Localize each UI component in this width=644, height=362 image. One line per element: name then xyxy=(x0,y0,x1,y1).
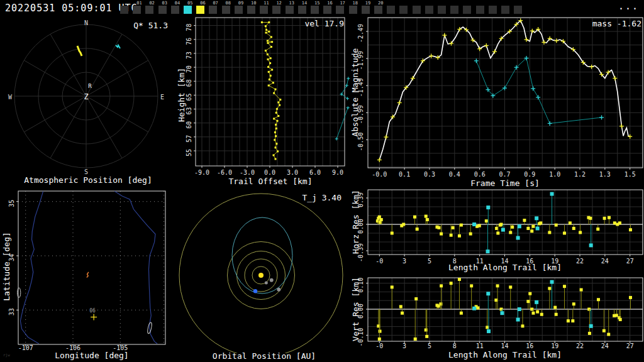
frame-square-blank[interactable] xyxy=(501,6,509,14)
frame-square-01[interactable] xyxy=(133,6,141,14)
frame-square-17[interactable] xyxy=(336,6,344,14)
polar-xlabel: Atmospheric Position [deg] xyxy=(24,175,152,185)
frame-square-07[interactable] xyxy=(209,6,217,14)
frame-square-label: 15 xyxy=(314,1,319,6)
frame-square-label: 07 xyxy=(213,1,218,6)
trail-title: vel 17.9 xyxy=(304,19,344,28)
frame-square-16[interactable] xyxy=(323,6,331,14)
map-ylabel: Latitude [deg] xyxy=(2,232,11,301)
frame-square-label: 01 xyxy=(136,1,142,6)
frame-square-08[interactable] xyxy=(222,6,230,14)
orbit-xlabel: Orbital Position [AU] xyxy=(213,351,316,361)
atmospheric-position-panel xyxy=(0,16,176,189)
map-xlabel: Longitude [deg] xyxy=(55,351,128,360)
mass-ylabel: Absolute Magnitude xyxy=(350,48,360,137)
frame-square-blank[interactable] xyxy=(463,6,471,14)
frame-square-label: 09 xyxy=(238,1,243,6)
trail-offset-panel xyxy=(176,16,352,189)
frame-square-label: 18 xyxy=(353,1,358,6)
watermark-text: rjw xyxy=(3,353,10,357)
frame-square-blank[interactable] xyxy=(120,6,128,14)
vert-res-ylabel: Vert Res [km] xyxy=(351,277,360,341)
frame-square-blank[interactable] xyxy=(476,6,484,14)
frame-square-10[interactable] xyxy=(247,6,255,14)
mass-xlabel: Frame Time [s] xyxy=(470,178,540,188)
overflow-menu[interactable]: ... xyxy=(618,1,639,12)
timestamp: 20220531 05:09:01 UTC xyxy=(5,3,138,14)
frame-square-12[interactable] xyxy=(272,6,280,14)
frame-square-label: 12 xyxy=(276,1,281,6)
frame-square-blank[interactable] xyxy=(514,6,522,14)
frame-square-label: 13 xyxy=(289,1,294,6)
frame-square-blank[interactable] xyxy=(399,6,408,14)
frame-square-label: 02 xyxy=(149,1,154,6)
trail-xlabel: Trail Offset [km] xyxy=(228,177,312,186)
frame-square-label: 17 xyxy=(340,1,345,6)
frame-square-19[interactable] xyxy=(362,6,370,14)
horz-res-ylabel: Horz Res [km] xyxy=(351,190,360,254)
frame-square-label: 10 xyxy=(251,1,256,6)
frame-square-label: 06 xyxy=(200,1,205,6)
light-curve-panel xyxy=(352,16,644,189)
frame-square-blank[interactable] xyxy=(413,6,421,14)
frame-square-11[interactable] xyxy=(260,6,268,14)
vert-res-xlabel: Length Along Trail [km] xyxy=(448,350,562,359)
frame-square-blank[interactable] xyxy=(450,6,458,14)
vert-res-panel xyxy=(352,272,644,362)
frame-square-label: 19 xyxy=(365,1,370,6)
frame-square-label: 20 xyxy=(378,1,383,6)
frame-square-label: 05 xyxy=(187,1,192,6)
polar-title: Q* 51.3 xyxy=(133,21,168,30)
frame-square-03[interactable] xyxy=(158,6,167,14)
frame-square-20[interactable] xyxy=(374,6,382,14)
horz-res-panel xyxy=(352,189,644,272)
frame-square-09[interactable] xyxy=(235,6,243,14)
top-bar: 20220531 05:09:01 UTC 010203040506070809… xyxy=(0,0,644,16)
frame-square-06[interactable] xyxy=(196,6,204,14)
frame-square-label: 08 xyxy=(226,1,231,6)
frame-square-label: 04 xyxy=(175,1,180,6)
mass-title: mass -1.62 xyxy=(592,19,641,28)
frame-square-13[interactable] xyxy=(286,6,294,14)
frame-square-18[interactable] xyxy=(349,6,357,14)
frame-square-02[interactable] xyxy=(145,6,153,14)
frame-square-15[interactable] xyxy=(311,6,319,14)
frame-square-blank[interactable] xyxy=(387,6,395,14)
frame-square-label: 14 xyxy=(302,1,307,6)
ground-map-panel xyxy=(0,189,176,362)
frame-square-label: 16 xyxy=(327,1,332,6)
frame-square-14[interactable] xyxy=(298,6,306,14)
horz-res-xlabel: Length Along Trail [km] xyxy=(448,263,562,272)
frame-square-label: 03 xyxy=(162,1,167,6)
frame-square-blank[interactable] xyxy=(425,6,433,14)
frame-square-blank[interactable] xyxy=(438,6,446,14)
frame-square-04[interactable] xyxy=(171,6,179,14)
frame-square-05[interactable] xyxy=(184,6,192,14)
frame-square-blank[interactable] xyxy=(489,6,497,14)
frame-square-label: 11 xyxy=(264,1,269,6)
app-window: NESWZR-9.0-6.0-3.00.03.06.09.07876737068… xyxy=(0,0,644,362)
orbit-panel xyxy=(176,189,352,362)
trail-ylabel: Height [km] xyxy=(177,68,186,122)
orbit-title: T_j 3.40 xyxy=(302,193,341,202)
